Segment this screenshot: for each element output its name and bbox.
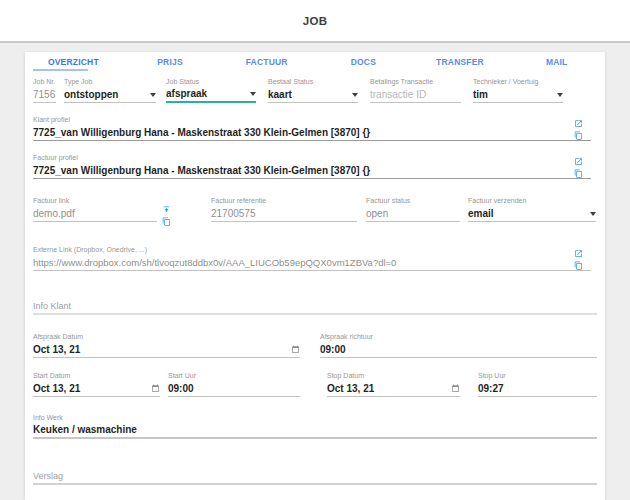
- afspraak-richtuur-input[interactable]: 09:00: [320, 342, 597, 358]
- stop-datum-input[interactable]: Oct 13, 21: [327, 381, 460, 397]
- factuur-link-actions: [157, 196, 175, 226]
- factuur-referentie-label: Factuur referentie: [211, 196, 357, 206]
- chevron-down-icon: [150, 93, 156, 97]
- klant-profiel-section: Klant profiel 7725_van Willigenburg Hana…: [33, 115, 597, 141]
- externe-link-actions: [574, 249, 583, 270]
- active-tab-indicator: [33, 69, 88, 71]
- klant-profiel-actions: [574, 119, 583, 140]
- calendar-icon[interactable]: [151, 384, 160, 393]
- chevron-down-icon: [557, 93, 563, 97]
- copy-icon[interactable]: [162, 217, 171, 226]
- afspraak-richtuur-field: Afspraak richtuur 09:00: [320, 332, 597, 358]
- type-job-field: Type Job ontstoppen: [64, 77, 156, 103]
- factuur-verzenden-label: Factuur verzenden: [468, 196, 596, 206]
- info-klant-label: Info Klant: [33, 301, 71, 311]
- externe-link-section: Externe Link (Dropbox, Onedrive, ...) ht…: [33, 245, 597, 271]
- klant-profiel-input[interactable]: 7725_van Willigenburg Hana - Maskenstraa…: [33, 125, 591, 141]
- technieker-label: Technieker / Voertuig: [473, 77, 563, 87]
- factuur-status-input[interactable]: open: [366, 206, 460, 222]
- open-in-new-icon[interactable]: [574, 249, 583, 258]
- externe-link-label: Externe Link (Dropbox, Onedrive, ...): [33, 245, 597, 255]
- job-nr-field: Job Nr. 7156: [33, 77, 56, 103]
- open-in-new-icon[interactable]: [574, 119, 583, 128]
- page-title: JOB: [303, 15, 328, 27]
- stop-uur-label: Stop Uur: [478, 371, 597, 381]
- factuur-status-field: Factuur status open: [366, 196, 460, 226]
- factuur-referentie-field: Factuur referentie 21700575: [211, 196, 357, 226]
- technieker-select[interactable]: tim: [473, 87, 563, 103]
- stop-uur-field: Stop Uur 09:27: [478, 371, 597, 397]
- technieker-field: Technieker / Voertuig tim: [473, 77, 563, 103]
- afspraak-datum-field: Afspraak Datum Oct 13, 21: [33, 332, 300, 358]
- factuur-profiel-input[interactable]: 7725_van Willigenburg Hana - Maskenstraa…: [33, 163, 591, 179]
- afspraak-richtuur-label: Afspraak richtuur: [320, 332, 597, 342]
- afspraak-row: Afspraak Datum Oct 13, 21 Afspraak richt…: [33, 332, 597, 358]
- calendar-icon[interactable]: [291, 345, 300, 354]
- job-status-label: Job Status: [166, 77, 256, 87]
- tab-factuur[interactable]: FACTUUR: [218, 57, 315, 67]
- factuur-verzenden-select[interactable]: email: [468, 206, 596, 222]
- verslag-label: Verslag: [33, 471, 63, 481]
- factuur-link-field: Factuur link demo.pdf: [33, 196, 157, 226]
- start-datum-field: Start Datum Oct 13, 21: [33, 371, 160, 397]
- start-uur-field: Start Uur 09:00: [168, 371, 300, 397]
- afspraak-datum-input[interactable]: Oct 13, 21: [33, 342, 300, 358]
- info-klant-field[interactable]: Info Klant: [33, 295, 597, 315]
- betalings-transactie-label: Betalings Transactie: [370, 77, 461, 87]
- tab-overzicht[interactable]: OVERZICHT: [25, 57, 122, 67]
- tab-transfer[interactable]: TRANSFER: [412, 57, 509, 67]
- stop-datum-label: Stop Datum: [327, 371, 460, 381]
- factuur-status-label: Factuur status: [366, 196, 460, 206]
- job-card: OVERZICHT PRIJS FACTUUR DOCS TRANSFER MA…: [25, 52, 605, 500]
- chevron-down-icon: [590, 212, 596, 216]
- tab-bar: OVERZICHT PRIJS FACTUUR DOCS TRANSFER MA…: [25, 52, 605, 72]
- upload-icon[interactable]: [162, 205, 171, 214]
- betalings-transactie-field: Betalings Transactie transactie ID: [370, 77, 461, 103]
- factuur-link-label: Factuur link: [33, 196, 157, 206]
- factuur-referentie-input[interactable]: 21700575: [211, 206, 357, 222]
- factuur-link-input[interactable]: demo.pdf: [33, 206, 157, 222]
- job-status-select[interactable]: afspraak: [166, 87, 256, 103]
- start-datum-label: Start Datum: [33, 371, 160, 381]
- afspraak-datum-label: Afspraak Datum: [33, 332, 300, 342]
- factuur-profiel-label: Factuur profiel: [33, 153, 597, 163]
- open-in-new-icon[interactable]: [574, 157, 583, 166]
- start-uur-label: Start Uur: [168, 371, 300, 381]
- start-uur-input[interactable]: 09:00: [168, 381, 300, 397]
- tab-docs[interactable]: DOCS: [315, 57, 412, 67]
- factuur-verzenden-field: Factuur verzenden email: [468, 196, 596, 226]
- copy-icon[interactable]: [574, 261, 583, 270]
- betalings-transactie-input[interactable]: transactie ID: [370, 87, 461, 103]
- job-status-field: Job Status afspraak: [166, 77, 256, 103]
- chevron-down-icon: [250, 92, 256, 96]
- klant-profiel-label: Klant profiel: [33, 115, 597, 125]
- job-nr-input[interactable]: 7156: [33, 87, 56, 103]
- stop-datum-field: Stop Datum Oct 13, 21: [327, 371, 460, 397]
- verslag-field[interactable]: Verslag: [33, 465, 597, 485]
- tab-mail[interactable]: MAIL: [508, 57, 605, 67]
- type-job-select[interactable]: ontstoppen: [64, 87, 156, 103]
- factuur-profiel-actions: [574, 157, 583, 178]
- info-werk-label: Info Werk: [33, 413, 597, 423]
- bestaal-status-select[interactable]: kaart: [268, 87, 358, 103]
- tab-prijs[interactable]: PRIJS: [122, 57, 219, 67]
- job-header-row: Job Nr. 7156 Type Job ontstoppen Job Sta…: [33, 77, 597, 103]
- chevron-down-icon: [352, 93, 358, 97]
- type-job-label: Type Job: [64, 77, 156, 87]
- job-nr-label: Job Nr.: [33, 77, 56, 87]
- copy-icon[interactable]: [574, 169, 583, 178]
- stop-uur-input[interactable]: 09:27: [478, 381, 597, 397]
- bestaal-status-field: Bestaal Status kaart: [268, 77, 358, 103]
- copy-icon[interactable]: [574, 131, 583, 140]
- info-werk-field: Info Werk Keuken / wasmachine: [33, 413, 597, 439]
- externe-link-input[interactable]: https://www.dropbox.com/sh/tlvoqzut8ddbx…: [33, 255, 591, 271]
- info-werk-input[interactable]: Keuken / wasmachine: [33, 423, 597, 439]
- app-header: JOB: [0, 0, 630, 43]
- calendar-icon[interactable]: [451, 384, 460, 393]
- factuur-row: Factuur link demo.pdf Factuur referentie…: [33, 196, 597, 226]
- start-datum-input[interactable]: Oct 13, 21: [33, 381, 160, 397]
- factuur-profiel-section: Factuur profiel 7725_van Willigenburg Ha…: [33, 153, 597, 179]
- start-stop-row: Start Datum Oct 13, 21 Start Uur 09:00 S…: [33, 371, 597, 397]
- bestaal-status-label: Bestaal Status: [268, 77, 358, 87]
